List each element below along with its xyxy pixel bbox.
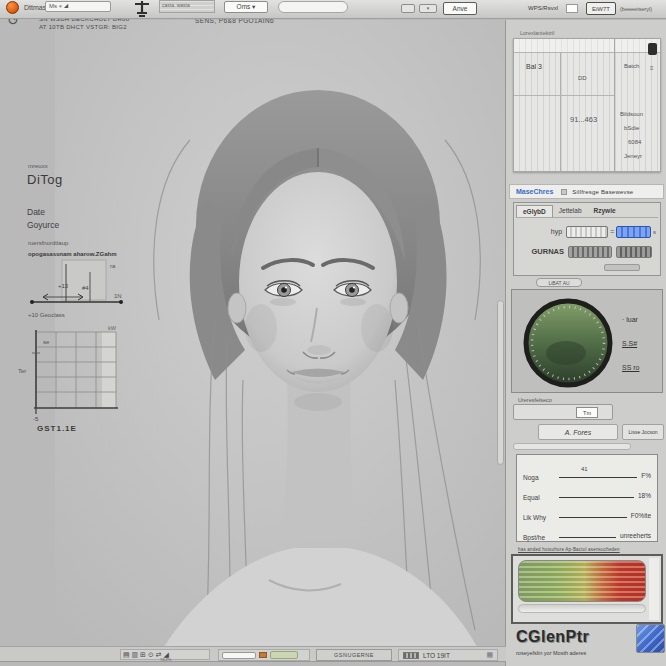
gradient-bar[interactable] xyxy=(518,560,646,602)
level-bar-blue[interactable] xyxy=(616,226,651,238)
status-field-group xyxy=(218,649,310,661)
wheel-label-3[interactable]: SS ro xyxy=(622,364,640,371)
info-box-header xyxy=(514,39,660,53)
battery-icon[interactable] xyxy=(648,43,657,55)
form-row-value: unreeherts xyxy=(620,532,651,539)
diagram2-label-b: Ter xyxy=(18,368,26,374)
tm-button[interactable]: Tm xyxy=(576,407,598,418)
form-row-mid: 41 xyxy=(581,466,588,472)
divider xyxy=(514,95,614,96)
form-row: Noga 41 F% xyxy=(523,461,651,481)
mixer-row1-label: hyp xyxy=(518,228,566,235)
info-col1-label: Bal 3 xyxy=(526,63,542,70)
info-line-3: 6084 xyxy=(628,139,641,145)
info-line-1: Bildsoun xyxy=(620,111,643,117)
info-col3-label: Batch xyxy=(624,63,639,69)
io-input-field[interactable] xyxy=(513,404,613,420)
toolbar-search-field[interactable]: Ms ⌖ ◢ xyxy=(45,1,111,12)
grid-small-icon[interactable]: ▦ xyxy=(486,651,493,659)
form-row-label: Lik Why xyxy=(523,514,557,521)
dimension-diagram: ra +13 #4 1N xyxy=(28,258,126,314)
gradient-side-strip xyxy=(649,558,659,620)
form-row-label: Bpst/he xyxy=(523,534,557,541)
mixer-row-1: hyp = s xyxy=(518,225,656,238)
left-note-tiny2: ruersfnordtlaup xyxy=(28,240,68,246)
apply-button[interactable]: A. Fores xyxy=(538,424,618,440)
status-right-group: LTO 19IT ▦ xyxy=(398,649,498,661)
tab-jettelab[interactable]: Jettelab xyxy=(553,205,588,217)
orange-marker-icon[interactable] xyxy=(259,652,267,658)
tab-rzywie[interactable]: Rzywie xyxy=(588,205,622,217)
io-caption: Ureresfelseco xyxy=(518,397,552,403)
mini-button-1[interactable] xyxy=(401,4,415,13)
info-box: Bal 3 DD 91...463 Batch ≡ Bildsoun bSdie… xyxy=(513,38,661,172)
info-line-2: bSdie xyxy=(624,125,639,131)
app-window: Dttmas Ms ⌖ ◢ casta. wasta Oms ▾ ▾ Anve … xyxy=(0,0,666,666)
io-progress-strip xyxy=(513,443,631,450)
oms-dropdown-button[interactable]: Oms ▾ xyxy=(224,1,268,13)
form-row-value: F% xyxy=(641,472,651,479)
section-title: Sillfresge Basewevse xyxy=(572,189,633,195)
top-toolbar: Dttmas Ms ⌖ ◢ casta. wasta Oms ▾ ▾ Anve … xyxy=(0,0,666,19)
toolbar-grid-note: casta. wasta xyxy=(162,2,190,8)
right-panel: Lorexlantektril Bal 3 DD 91...463 Batch … xyxy=(505,20,666,666)
panel-scrollbar[interactable] xyxy=(497,300,504,465)
color-swatch[interactable] xyxy=(566,4,578,13)
color-wheel[interactable] xyxy=(522,297,614,389)
level-bar-dark-2[interactable] xyxy=(616,246,652,258)
anve-button[interactable]: Anve xyxy=(443,2,477,15)
status-right-text: LTO 19IT xyxy=(423,652,450,659)
libat-pill[interactable]: LiBAT AU xyxy=(536,278,582,287)
level-bar-gray[interactable] xyxy=(566,226,608,238)
info-line-4: Jeneyr xyxy=(624,153,642,159)
menu-icon[interactable]: ≡ xyxy=(650,65,654,71)
masechres-link[interactable]: MaseChres xyxy=(516,188,553,195)
stand-tool-icon[interactable] xyxy=(128,0,156,22)
form-row-line[interactable] xyxy=(559,488,634,498)
panel-caption: Lorexlantektril xyxy=(520,30,554,36)
status-bar: ▤ ▥ ⊞ ⊙ ⇄ ◢ 74.2% GSNUGERNE LTO 19IT ▦ xyxy=(0,646,506,662)
toolbar-grid-panel[interactable]: casta. wasta xyxy=(159,0,215,13)
toolbar-right-note: (beeeetseryl) xyxy=(620,6,652,12)
form-row: Lik Why F0%ite xyxy=(523,501,651,521)
grid-chart: se kW -5 xyxy=(30,326,124,426)
form-row-line[interactable] xyxy=(559,508,627,518)
form-row-value: F0%ite xyxy=(631,512,651,519)
info-col2-value: 91...463 xyxy=(570,115,597,124)
toolbar-title: Dttmas xyxy=(24,4,46,11)
diagram1-label-d: 1N xyxy=(114,293,122,299)
wheel-label-2[interactable]: S.S# xyxy=(622,340,637,347)
app-badge-icon[interactable] xyxy=(636,624,665,653)
diagram2-caption: GST1.1E xyxy=(37,424,77,433)
brand-logo: CGlenPtr xyxy=(516,628,589,646)
zoom-percentage: 74.2% xyxy=(160,657,171,662)
eiw-button[interactable]: EiW7T xyxy=(586,2,616,15)
green-value-field[interactable] xyxy=(270,651,298,659)
info-col2-label: DD xyxy=(578,75,587,81)
form-row: Bpst/he unreeherts xyxy=(523,521,651,541)
left-note-title: DiTog xyxy=(27,172,63,187)
left-note-source: Goyurce xyxy=(27,220,59,230)
status-input-field[interactable] xyxy=(222,652,256,659)
header-box-icon[interactable] xyxy=(561,189,567,195)
form-row-label: Equal xyxy=(523,494,557,501)
divider xyxy=(560,53,561,171)
diagram2-label-c: -5 xyxy=(33,416,39,422)
document-info-line2: AT 10TB DHCT VSTGR: BIG2 xyxy=(39,23,129,31)
status-button[interactable]: GSNUGERNE xyxy=(316,649,392,661)
mini-button-2[interactable]: ▾ xyxy=(419,4,437,13)
secondary-button[interactable]: Lisse Jocson xyxy=(622,424,664,440)
level-bar-dark-1[interactable] xyxy=(568,246,612,258)
form-row-line[interactable]: 41 xyxy=(559,468,637,478)
toolbar-field-glyphs: Ms ⌖ ◢ xyxy=(49,3,68,10)
equals-glyph: = xyxy=(610,228,614,235)
mixer-row1-suffix: s xyxy=(653,229,656,235)
mixer-small-button[interactable] xyxy=(604,264,640,271)
app-dot-icon[interactable] xyxy=(6,1,19,14)
toolbar-wide-field[interactable] xyxy=(278,1,348,13)
diagram1-label-b: +13 xyxy=(58,283,69,289)
form-row-line[interactable] xyxy=(559,528,616,538)
diagram2-label-a: se xyxy=(43,339,50,345)
tab-eglybd[interactable]: eGlybD xyxy=(516,205,553,217)
brand-logo-subtext: roseyefslin yor Mosth aderes xyxy=(516,650,586,656)
